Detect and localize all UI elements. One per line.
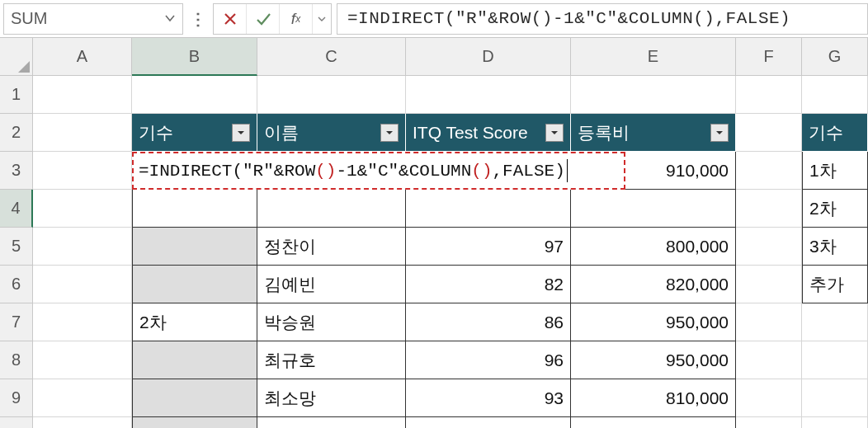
row-head-2[interactable]: 2 — [0, 114, 33, 152]
cell-c5[interactable]: 정찬이 — [257, 228, 406, 266]
cell-a8[interactable] — [33, 341, 132, 379]
cell-c9[interactable]: 최소망 — [257, 379, 406, 417]
cell-e9[interactable]: 810,000 — [571, 379, 736, 417]
cell-a10[interactable] — [33, 417, 132, 428]
cell-b4[interactable] — [132, 190, 257, 228]
row-head-7[interactable]: 7 — [0, 303, 33, 341]
cell-b10[interactable] — [132, 417, 257, 428]
cell-e6[interactable]: 820,000 — [571, 266, 736, 303]
filter-button[interactable] — [380, 124, 399, 142]
cell-f3[interactable] — [736, 152, 802, 190]
cell-g7[interactable] — [802, 303, 868, 341]
cell-d10[interactable]: 85 — [406, 417, 571, 428]
cell-g4[interactable]: 2차 — [802, 190, 868, 228]
header-cell-g2[interactable]: 기수 — [802, 114, 868, 152]
cell-f8[interactable] — [736, 341, 802, 379]
select-all-button[interactable] — [0, 38, 33, 76]
spreadsheet-grid[interactable]: A B C D E F G 1 2 기수 이름 ITQ Test Score 등… — [0, 38, 868, 428]
chevron-down-icon[interactable] — [164, 9, 176, 28]
cell-a6[interactable] — [33, 266, 132, 303]
cell-f6[interactable] — [736, 266, 802, 303]
cell-g10[interactable] — [802, 417, 868, 428]
cell-c4[interactable] — [257, 190, 406, 228]
cell-g5[interactable]: 3차 — [802, 228, 868, 266]
enter-button[interactable] — [247, 4, 280, 34]
cell-d4[interactable] — [406, 190, 571, 228]
cell-d1[interactable] — [406, 76, 571, 114]
cell-e1[interactable] — [571, 76, 736, 114]
cell-a3[interactable] — [33, 152, 132, 190]
cell-a7[interactable] — [33, 303, 132, 341]
col-head-b[interactable]: B — [132, 38, 257, 76]
cell-e10[interactable]: 830,000 — [571, 417, 736, 428]
cell-f2[interactable] — [736, 114, 802, 152]
cell-c10[interactable]: 이미서 — [257, 417, 406, 428]
cell-c6[interactable]: 김예빈 — [257, 266, 406, 303]
filter-button[interactable] — [710, 124, 729, 142]
name-box[interactable]: SUM — [3, 3, 183, 35]
cell-b6[interactable] — [132, 266, 257, 303]
cell-b9[interactable] — [132, 379, 257, 417]
expand-formula-icon[interactable] — [313, 4, 331, 34]
cell-b1[interactable] — [132, 76, 257, 114]
formula-input[interactable]: =INDIRECT("R"&ROW()-1&"C"&COLUMN(),FALSE… — [337, 3, 868, 35]
header-label: ITQ Test Score — [413, 123, 528, 143]
cell-e5[interactable]: 800,000 — [571, 228, 736, 266]
cancel-button[interactable] — [214, 4, 247, 34]
row-head-9[interactable]: 9 — [0, 379, 33, 417]
cell-b8[interactable] — [132, 341, 257, 379]
cell-e4[interactable] — [571, 190, 736, 228]
cell-f7[interactable] — [736, 303, 802, 341]
cell-e8[interactable]: 950,000 — [571, 341, 736, 379]
row-head-1[interactable]: 1 — [0, 76, 33, 114]
cell-d6[interactable]: 82 — [406, 266, 571, 303]
cell-a2[interactable] — [33, 114, 132, 152]
header-label: 이름 — [264, 121, 299, 144]
col-head-f[interactable]: F — [736, 38, 802, 76]
cell-a5[interactable] — [33, 228, 132, 266]
insert-function-button[interactable]: fx — [280, 4, 313, 34]
cell-g8[interactable] — [802, 341, 868, 379]
cell-b7[interactable]: 2차 — [132, 303, 257, 341]
filter-button[interactable] — [232, 124, 250, 142]
cell-a9[interactable] — [33, 379, 132, 417]
cell-b5[interactable] — [132, 228, 257, 266]
cell-d5[interactable]: 97 — [406, 228, 571, 266]
cell-g6[interactable]: 추가 — [802, 266, 868, 303]
cell-c1[interactable] — [257, 76, 406, 114]
row-head-10[interactable]: 10 — [0, 417, 33, 428]
header-cell-d2[interactable]: ITQ Test Score — [406, 114, 571, 152]
cell-e7[interactable]: 950,000 — [571, 303, 736, 341]
cell-d9[interactable]: 93 — [406, 379, 571, 417]
row-head-8[interactable]: 8 — [0, 341, 33, 379]
cell-c7[interactable]: 박승원 — [257, 303, 406, 341]
cell-f5[interactable] — [736, 228, 802, 266]
filter-button[interactable] — [545, 124, 564, 142]
formula-bar-row: SUM ⋮ fx =INDIRECT("R"&ROW()-1&"C"&COLUM… — [0, 0, 868, 38]
col-head-a[interactable]: A — [33, 38, 132, 76]
cell-f1[interactable] — [736, 76, 802, 114]
cell-f10[interactable] — [736, 417, 802, 428]
row-head-4[interactable]: 4 — [0, 190, 33, 228]
cell-f4[interactable] — [736, 190, 802, 228]
cell-d7[interactable]: 86 — [406, 303, 571, 341]
row-head-3[interactable]: 3 — [0, 152, 33, 190]
col-head-c[interactable]: C — [257, 38, 406, 76]
col-head-d[interactable]: D — [406, 38, 571, 76]
cell-g1[interactable] — [802, 76, 868, 114]
cell-editing-overlay[interactable]: =INDIRECT("R"&ROW()-1&"C"&COLUMN(),FALSE… — [132, 152, 625, 190]
header-cell-c2[interactable]: 이름 — [257, 114, 406, 152]
header-cell-e2[interactable]: 등록비 — [571, 114, 736, 152]
cell-g3[interactable]: 1차 — [802, 152, 868, 190]
row-head-6[interactable]: 6 — [0, 266, 33, 303]
row-head-5[interactable]: 5 — [0, 228, 33, 266]
cell-f9[interactable] — [736, 379, 802, 417]
cell-g9[interactable] — [802, 379, 868, 417]
col-head-e[interactable]: E — [571, 38, 736, 76]
cell-a1[interactable] — [33, 76, 132, 114]
cell-d8[interactable]: 96 — [406, 341, 571, 379]
cell-c8[interactable]: 최규호 — [257, 341, 406, 379]
cell-a4[interactable] — [33, 190, 132, 228]
col-head-g[interactable]: G — [802, 38, 868, 76]
header-cell-b2[interactable]: 기수 — [132, 114, 257, 152]
